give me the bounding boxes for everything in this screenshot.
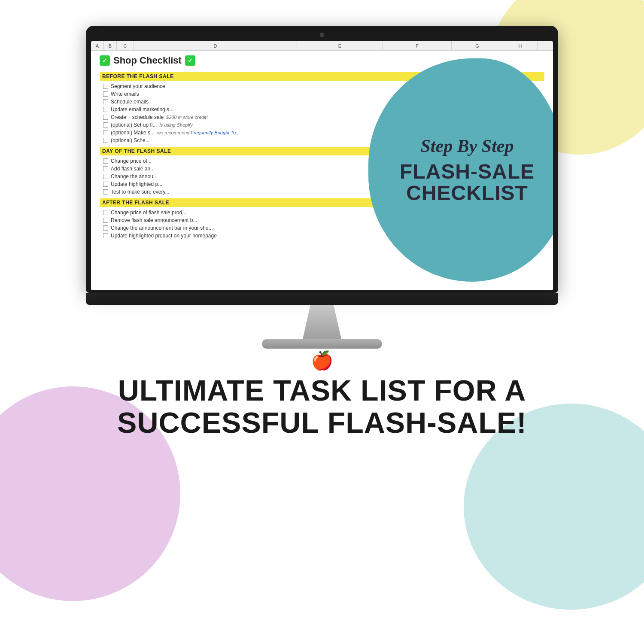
overlay-line1: FLASH-SALE xyxy=(400,161,535,182)
checkbox[interactable] xyxy=(103,130,108,135)
item-text: (optional) Sche... xyxy=(111,137,150,143)
col-header-g: G xyxy=(452,41,503,50)
item-note: we recommend Frequently Bought To... xyxy=(157,130,240,135)
checkbox[interactable] xyxy=(103,218,108,223)
checkbox[interactable] xyxy=(103,166,108,171)
bottom-title-line2: SUCCESSFUL FLASH-SALE! xyxy=(117,407,527,439)
col-header-c: C xyxy=(117,41,134,50)
bottom-text-container: ULTIMATE TASK LIST FOR A SUCCESSFUL FLAS… xyxy=(117,374,527,439)
checkbox[interactable] xyxy=(103,233,108,238)
col-header-f: F xyxy=(383,41,452,50)
imac-camera xyxy=(320,33,324,37)
checkbox[interactable] xyxy=(103,138,108,143)
col-header-b: B xyxy=(104,41,117,50)
item-text: Change the announcement bar in your sho.… xyxy=(111,225,213,231)
imac-camera-bar xyxy=(91,31,553,39)
item-text: Change price of flash sale prod... xyxy=(111,210,186,216)
item-text: Change price of... xyxy=(111,158,152,164)
teal-blob-overlay: Step By Step FLASH-SALE CHECKLIST xyxy=(368,58,553,282)
overlay-line2: CHECKLIST xyxy=(400,182,535,204)
item-text: Create + schedule sale xyxy=(111,114,164,120)
item-text: Change the annou... xyxy=(111,173,158,179)
checkbox[interactable] xyxy=(103,115,108,120)
checkbox[interactable] xyxy=(103,182,108,187)
item-text: Segment your audience xyxy=(111,83,165,89)
item-text: Update highlighted product on your homep… xyxy=(111,233,217,239)
item-note: is using Shopify xyxy=(159,122,192,128)
item-text: Test to make sure every... xyxy=(111,189,170,195)
sheet-title-text: Shop Checklist xyxy=(113,55,182,66)
item-text: Add flash sale an... xyxy=(111,166,155,172)
col-header-h: H xyxy=(503,41,538,50)
imac-neck xyxy=(303,305,341,339)
item-text: (optional) Make s... xyxy=(111,130,155,136)
col-header-d: D xyxy=(134,41,297,50)
imac-screen-bezel: A B C D E F G H ✓ Shop Chec xyxy=(91,41,553,290)
checkbox[interactable] xyxy=(103,122,108,128)
imac-screen-outer: A B C D E F G H ✓ Shop Chec xyxy=(86,26,558,293)
item-note: $200 in store credit! xyxy=(166,115,208,120)
item-text: Update highlighted p... xyxy=(111,181,162,187)
apple-logo-icon: 🍎 xyxy=(311,350,333,371)
check-icon-right: ✓ xyxy=(185,55,195,66)
item-text: (optional) Set up fl... xyxy=(111,122,157,128)
spreadsheet-col-headers: A B C D E F G H xyxy=(91,41,553,51)
checkbox[interactable] xyxy=(103,225,108,231)
col-header-a: A xyxy=(91,41,104,50)
overlay-step-by-step-text: Step By Step xyxy=(421,136,514,156)
imac-wrapper: A B C D E F G H ✓ Shop Chec xyxy=(86,26,558,349)
bottom-title-line1: ULTIMATE TASK LIST FOR A xyxy=(117,374,527,407)
checkbox[interactable] xyxy=(103,158,108,164)
check-icon-left: ✓ xyxy=(100,55,110,66)
item-text: Write emails xyxy=(111,91,139,97)
checkbox[interactable] xyxy=(103,107,108,112)
item-text: Schedule emails xyxy=(111,99,149,105)
checkbox[interactable] xyxy=(103,84,108,89)
item-text: Update email marketing s... xyxy=(111,106,173,112)
main-container: A B C D E F G H ✓ Shop Chec xyxy=(0,0,644,644)
checkbox[interactable] xyxy=(103,91,108,97)
col-header-e: E xyxy=(297,41,383,50)
imac-chin: 🍎 xyxy=(86,293,558,305)
item-text: Remove flash sale announcement b... xyxy=(111,217,197,223)
checkbox[interactable] xyxy=(103,210,108,215)
checkbox[interactable] xyxy=(103,174,108,179)
overlay-flash-sale-text: FLASH-SALE CHECKLIST xyxy=(400,161,535,204)
checkbox[interactable] xyxy=(103,99,108,104)
imac-base xyxy=(262,339,382,349)
checkbox[interactable] xyxy=(103,189,108,194)
frequently-bought-link[interactable]: Frequently Bought To... xyxy=(191,130,240,135)
